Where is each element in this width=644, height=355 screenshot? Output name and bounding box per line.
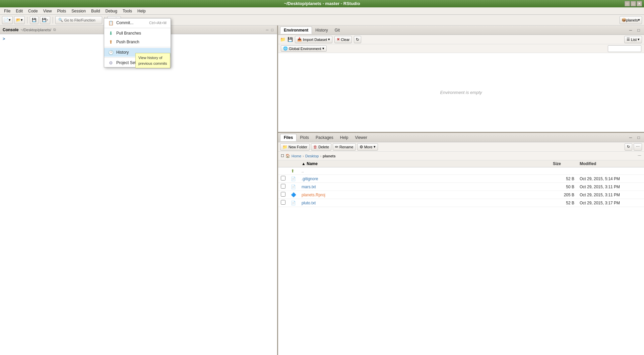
table-row: 📄 pluto.txt 52 B Oct 29, 2015, 3:17 PM bbox=[278, 199, 644, 207]
menu-help[interactable]: Help bbox=[135, 8, 148, 14]
breadcrumb-desktop[interactable]: Desktop bbox=[305, 154, 319, 158]
window-controls[interactable]: ─ □ ✕ bbox=[625, 1, 642, 6]
menu-session[interactable]: Session bbox=[69, 8, 88, 14]
files-panel-collapse[interactable]: ─ bbox=[627, 134, 634, 141]
row-size: 52 B bbox=[550, 199, 577, 207]
tab-git[interactable]: Git bbox=[331, 27, 343, 34]
push-label: Push Branch bbox=[116, 40, 139, 44]
file-name-planets[interactable]: planets.Rproj bbox=[302, 193, 325, 197]
menu-edit[interactable]: Edit bbox=[13, 8, 25, 14]
dropdown-sep-2 bbox=[104, 47, 171, 47]
home-icon: 🏠 bbox=[285, 154, 290, 158]
global-env-select[interactable]: 🌐 Global Environment ▾ bbox=[281, 45, 327, 52]
history-icon: 🕐 bbox=[108, 50, 114, 55]
file-name-mars[interactable]: mars.txt bbox=[302, 185, 316, 189]
menu-tools[interactable]: Tools bbox=[120, 8, 135, 14]
console-expand-btn[interactable]: □ bbox=[270, 28, 274, 32]
row-name[interactable]: planets.Rproj bbox=[299, 191, 550, 199]
files-panel-expand[interactable]: □ bbox=[635, 134, 642, 141]
menu-code[interactable]: Code bbox=[25, 8, 41, 14]
file-checkbox[interactable] bbox=[281, 200, 285, 205]
more-button[interactable]: ⚙ More ▾ bbox=[357, 143, 378, 151]
tab-history[interactable]: History bbox=[312, 27, 331, 34]
new-file-button[interactable]: 📄 ▾ bbox=[2, 16, 13, 24]
delete-label: Delete bbox=[318, 145, 329, 149]
row-modified: Oct 29, 2015, 3:17 PM bbox=[577, 199, 644, 207]
files-panel: Files Plots Packages Help Viewer ─ □ 📁 N… bbox=[278, 133, 644, 355]
col-header-modified[interactable]: Modified bbox=[577, 160, 644, 167]
row-name[interactable]: .. bbox=[299, 167, 550, 175]
clear-button[interactable]: ✖ Clear bbox=[334, 36, 352, 43]
file-checkbox[interactable] bbox=[281, 176, 285, 181]
env-panel-expand[interactable]: □ bbox=[635, 27, 642, 34]
files-refresh-button[interactable]: ↻ bbox=[625, 143, 632, 151]
list-label: List bbox=[631, 38, 637, 42]
new-folder-label: New Folder bbox=[288, 145, 307, 149]
title-bar: ~/Desktop/planets - master - RStudio ─ □… bbox=[0, 0, 644, 7]
import-arrow: ▾ bbox=[328, 37, 330, 42]
delete-icon: 🗑 bbox=[313, 145, 317, 149]
menu-build[interactable]: Build bbox=[88, 8, 103, 14]
row-name[interactable]: pluto.txt bbox=[299, 199, 550, 207]
tab-plots[interactable]: Plots bbox=[297, 134, 312, 141]
refresh-icon: ↻ bbox=[356, 37, 359, 42]
row-check bbox=[278, 183, 288, 191]
tab-environment[interactable]: Environment bbox=[280, 27, 312, 34]
breadcrumb-more[interactable]: ⋯ bbox=[638, 154, 641, 158]
list-button[interactable]: ☰ List ▾ bbox=[624, 36, 642, 43]
menu-bar: File Edit Code View Plots Session Build … bbox=[0, 7, 644, 15]
menu-debug[interactable]: Debug bbox=[103, 8, 120, 14]
menu-view[interactable]: View bbox=[41, 8, 55, 14]
console-prompt: > bbox=[3, 37, 5, 42]
pull-label: Pull Branches bbox=[116, 31, 141, 36]
delete-button[interactable]: 🗑 Delete bbox=[311, 143, 331, 151]
new-folder-button[interactable]: 📁 New Folder bbox=[280, 143, 310, 151]
refresh-button[interactable]: ↻ bbox=[354, 36, 361, 43]
console-collapse-btn[interactable]: ─ bbox=[265, 28, 270, 32]
menu-plots[interactable]: Plots bbox=[55, 8, 69, 14]
file-name-gitignore[interactable]: .gitignore bbox=[302, 176, 318, 181]
menu-file[interactable]: File bbox=[1, 8, 13, 14]
row-name[interactable]: .gitignore bbox=[299, 175, 550, 183]
goto-file-button[interactable]: 🔍 Go to File/Function bbox=[55, 16, 102, 24]
close-button[interactable]: ✕ bbox=[637, 1, 642, 6]
col-header-size[interactable]: Size bbox=[550, 160, 577, 167]
dropdown-item-push[interactable]: ⬆ Push Branch bbox=[104, 38, 171, 46]
dropdown-item-pull[interactable]: ⬇ Pull Branches bbox=[104, 29, 171, 38]
file-checkbox[interactable] bbox=[281, 192, 285, 197]
dropdown-item-commit[interactable]: 📋 Commit... Ctrl+Alt+M bbox=[104, 18, 171, 27]
row-size: 205 B bbox=[550, 191, 577, 199]
files-options-button[interactable]: ⋯ bbox=[634, 143, 642, 151]
file-checkbox[interactable] bbox=[281, 184, 285, 189]
console-resize: ─ □ bbox=[265, 28, 274, 32]
minimize-button[interactable]: ─ bbox=[625, 1, 630, 6]
save-all-button[interactable]: 💾 + bbox=[40, 16, 50, 24]
tooltip-text: View history ofprevious commits bbox=[138, 56, 167, 65]
tab-viewer[interactable]: Viewer bbox=[351, 134, 370, 141]
tab-packages[interactable]: Packages bbox=[312, 134, 337, 141]
env-search-input[interactable] bbox=[608, 45, 641, 52]
main-container: Console ~/Desktop/planets/ ⧉ ─ □ > Envir… bbox=[0, 26, 644, 355]
goto-label: Go to File/Function bbox=[64, 18, 95, 22]
row-check bbox=[278, 167, 288, 175]
file-name-parent[interactable]: .. bbox=[302, 169, 304, 173]
col-header-name[interactable]: ▲ Name bbox=[299, 160, 550, 167]
save-button[interactable]: 💾 bbox=[30, 16, 39, 24]
row-name[interactable]: mars.txt bbox=[299, 183, 550, 191]
tab-help[interactable]: Help bbox=[337, 134, 352, 141]
global-env-label: Global Environment bbox=[289, 47, 321, 51]
open-file-button[interactable]: 📂 ▾ bbox=[14, 16, 25, 24]
breadcrumb-home[interactable]: Home bbox=[292, 154, 301, 158]
maximize-button[interactable]: □ bbox=[631, 1, 636, 6]
file-name-pluto[interactable]: pluto.txt bbox=[302, 201, 316, 205]
project-button[interactable]: 📦 planets ▾ bbox=[620, 16, 642, 24]
console-body[interactable]: > bbox=[0, 34, 277, 355]
rename-button[interactable]: ✏ Rename bbox=[333, 143, 356, 151]
env-panel-collapse[interactable]: ─ bbox=[627, 27, 634, 34]
files-refresh-icon: ↻ bbox=[627, 145, 630, 149]
tab-files[interactable]: Files bbox=[280, 134, 297, 141]
row-icon: 📄 bbox=[288, 183, 299, 191]
commit-shortcut: Ctrl+Alt+M bbox=[149, 21, 167, 25]
table-row: ⬆ .. bbox=[278, 167, 644, 175]
import-dataset-button[interactable]: 📥 Import Dataset ▾ bbox=[295, 36, 332, 43]
